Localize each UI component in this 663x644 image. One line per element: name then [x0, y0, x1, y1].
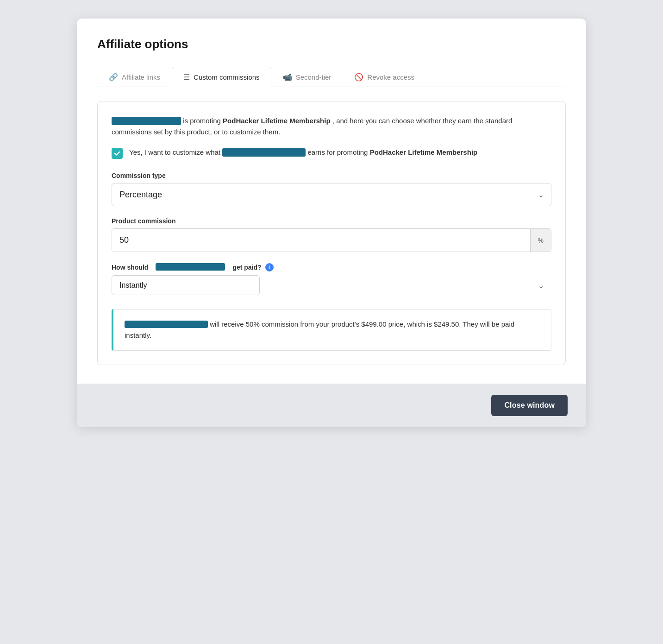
commission-type-select[interactable]: Percentage Fixed amount	[112, 183, 551, 206]
link-icon: 🔗	[109, 73, 118, 82]
redacted-name-3	[156, 263, 225, 271]
checkbox-label-text: Yes, I want to customize what earns for …	[129, 147, 477, 158]
how-paid-select[interactable]: Instantly After 30 days After 60 days Af…	[112, 275, 260, 295]
modal-footer: Close window	[77, 384, 586, 427]
how-paid-label-row: How should get paid? i	[112, 263, 551, 271]
tab-revoke-access-label: Revoke access	[367, 73, 414, 81]
commission-suffix: %	[530, 229, 551, 252]
tab-bar: 🔗 Affiliate links ☰ Custom commissions 📹…	[97, 66, 566, 87]
checkmark-icon	[114, 150, 120, 157]
page-title: Affiliate options	[97, 37, 566, 51]
info-summary-box: will receive 50% commission from your pr…	[112, 309, 551, 351]
tab-affiliate-links[interactable]: 🔗 Affiliate links	[97, 67, 172, 87]
camera-icon: 📹	[283, 73, 292, 82]
commission-input-wrapper: %	[112, 228, 551, 252]
tab-affiliate-links-label: Affiliate links	[122, 73, 160, 81]
tab-custom-commissions[interactable]: ☰ Custom commissions	[172, 67, 271, 87]
commission-value-input[interactable]	[112, 229, 530, 252]
tab-second-tier[interactable]: 📹 Second-tier	[271, 67, 343, 87]
customize-checkbox[interactable]	[112, 148, 123, 159]
commission-type-field: Commission type Percentage Fixed amount …	[112, 172, 551, 206]
sliders-icon: ☰	[183, 73, 190, 82]
description-promoting: is promoting	[183, 117, 223, 125]
affiliate-options-modal: Affiliate options 🔗 Affiliate links ☰ Cu…	[77, 19, 586, 427]
info-icon[interactable]: i	[265, 263, 274, 271]
how-paid-select-wrapper: Instantly After 30 days After 60 days Af…	[112, 275, 551, 295]
redacted-name-1	[112, 117, 181, 125]
info-box-text: will receive 50% commission from your pr…	[125, 319, 540, 341]
redacted-name-4	[125, 321, 208, 328]
content-area: is promoting PodHacker Lifetime Membersh…	[97, 101, 566, 365]
commission-type-select-wrapper: Percentage Fixed amount ⌄	[112, 183, 551, 206]
checkbox-product-bold: PodHacker Lifetime Membership	[370, 148, 478, 156]
commission-type-label: Commission type	[112, 172, 551, 179]
redacted-name-2	[222, 148, 306, 157]
tab-second-tier-label: Second-tier	[296, 73, 332, 81]
block-icon: 🚫	[354, 73, 363, 82]
product-commission-label: Product commission	[112, 217, 551, 225]
close-window-button[interactable]: Close window	[491, 395, 568, 416]
tab-custom-commissions-label: Custom commissions	[194, 73, 260, 81]
checkbox-pre: Yes, I want to customize what	[129, 148, 220, 156]
product-commission-field: Product commission %	[112, 217, 551, 252]
description-text: is promoting PodHacker Lifetime Membersh…	[112, 115, 551, 138]
product-name-bold: PodHacker Lifetime Membership	[223, 117, 331, 125]
checkbox-post: earns for promoting	[307, 148, 368, 156]
customize-checkbox-row: Yes, I want to customize what earns for …	[112, 147, 551, 159]
how-paid-label-pre: How should	[112, 264, 148, 271]
tab-revoke-access[interactable]: 🚫 Revoke access	[343, 67, 426, 87]
modal-body: Affiliate options 🔗 Affiliate links ☰ Cu…	[77, 19, 586, 384]
how-paid-chevron-icon: ⌄	[538, 281, 544, 290]
how-paid-label-post: get paid?	[232, 264, 261, 271]
how-paid-field: How should get paid? i Instantly After 3…	[112, 263, 551, 295]
